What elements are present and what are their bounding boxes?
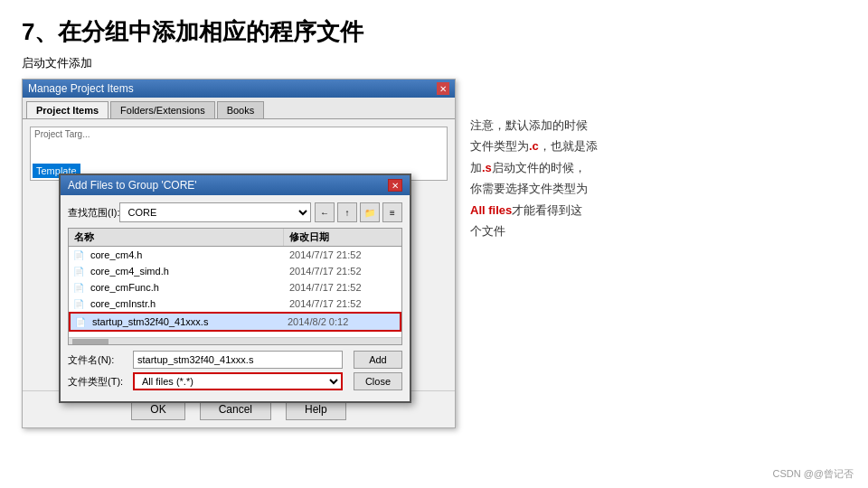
file-icon: 📄 bbox=[71, 297, 86, 310]
dialog-toolbar: ← ↑ 📁 ≡ bbox=[315, 202, 402, 222]
file-list-header: 名称 修改日期 bbox=[69, 229, 401, 247]
close-button[interactable]: Close bbox=[354, 372, 402, 390]
project-target-label: Project Targ... bbox=[31, 127, 447, 141]
dialog-title: Add Files to Group 'CORE' bbox=[68, 179, 197, 192]
startup-file-row[interactable]: 📄 startup_stm32f40_41xxx.s 2014/8/2 0:12 bbox=[69, 312, 401, 332]
filetype-select[interactable]: All files (*.*) bbox=[133, 372, 343, 390]
startup-file-name: startup_stm32f40_41xxx.s bbox=[90, 315, 282, 328]
highlight-c: .c bbox=[529, 139, 539, 153]
file-list-container: 名称 修改日期 📄 core_cm4.h 2014/7/17 21:52 bbox=[68, 228, 402, 345]
col-name: 名称 bbox=[69, 229, 284, 246]
file-row[interactable]: 📄 core_cm4_simd.h 2014/7/17 21:52 bbox=[69, 263, 401, 279]
create-folder-btn[interactable]: 📁 bbox=[360, 202, 380, 222]
filename-row: 文件名(N): bbox=[68, 351, 343, 369]
page-container: 7、在分组中添加相应的程序文件 启动文件添加 Manage Project It… bbox=[0, 0, 868, 488]
startup-file-date: 2014/8/2 0:12 bbox=[282, 315, 400, 328]
manage-titlebar: Manage Project Items ✕ bbox=[23, 80, 455, 98]
file-icon: 📄 bbox=[73, 315, 88, 328]
filetype-label: 文件类型(T): bbox=[68, 375, 133, 389]
file-row[interactable]: 📄 core_cm4.h 2014/7/17 21:52 bbox=[69, 247, 401, 263]
filename-label: 文件名(N): bbox=[68, 353, 133, 367]
manage-title: Manage Project Items bbox=[28, 82, 134, 95]
dialog-close-btn[interactable]: ✕ bbox=[388, 179, 402, 192]
file-row[interactable]: 📄 core_cmInstr.h 2014/7/17 21:52 bbox=[69, 296, 401, 312]
page-title: 7、在分组中添加相应的程序文件 bbox=[22, 16, 846, 48]
tab-books[interactable]: Books bbox=[217, 101, 265, 118]
desc-line3: 加.s启动文件的时候， bbox=[470, 157, 846, 178]
file-date: 2014/7/17 21:52 bbox=[284, 265, 401, 277]
manage-tabs: Project Items Folders/Extensions Books bbox=[23, 98, 455, 119]
dialog-titlebar: Add Files to Group 'CORE' ✕ bbox=[61, 175, 410, 195]
filename-input[interactable] bbox=[133, 351, 343, 369]
location-label: 查找范围(I): bbox=[68, 206, 119, 220]
file-list-body: 📄 core_cm4.h 2014/7/17 21:52 📄 core_cm4_… bbox=[69, 247, 401, 337]
file-icon: 📄 bbox=[71, 265, 86, 277]
manage-body: Project Targ... Template Add Files to Gr… bbox=[23, 119, 455, 390]
manage-project-window: Manage Project Items ✕ Project Items Fol… bbox=[22, 79, 456, 428]
desc-line2: 文件类型为.c，也就是添 bbox=[470, 136, 846, 156]
content-area: Manage Project Items ✕ Project Items Fol… bbox=[22, 79, 846, 428]
highlight-s: .s bbox=[482, 161, 492, 174]
location-row: 查找范围(I): CORE ← ↑ 📁 ≡ bbox=[68, 202, 402, 222]
file-name: core_cm4_simd.h bbox=[89, 265, 284, 277]
file-name: core_cmInstr.h bbox=[89, 297, 284, 310]
file-icon: 📄 bbox=[71, 281, 86, 294]
desc-line5: All files才能看得到这 bbox=[470, 200, 846, 221]
tab-project-items[interactable]: Project Items bbox=[26, 101, 108, 118]
csdn-watermark: CSDN @@曾记否 bbox=[772, 467, 854, 481]
tab-folders-extensions[interactable]: Folders/Extensions bbox=[110, 101, 215, 118]
add-button[interactable]: Add bbox=[354, 351, 402, 369]
bottom-form: 文件名(N): 文件类型(T): All files (*.*) bbox=[68, 351, 402, 394]
file-name: core_cm4.h bbox=[89, 249, 284, 261]
highlight-allfiles: All files bbox=[470, 203, 512, 217]
location-select[interactable]: CORE bbox=[119, 202, 311, 222]
add-files-dialog: Add Files to Group 'CORE' ✕ 查找范围(I): COR… bbox=[59, 174, 411, 403]
file-name: core_cmFunc.h bbox=[89, 281, 284, 294]
view-btn[interactable]: ≡ bbox=[382, 202, 402, 222]
manage-close-btn[interactable]: ✕ bbox=[437, 82, 449, 95]
project-target-area: Project Targ... Template bbox=[30, 127, 448, 181]
nav-up-btn[interactable]: ↑ bbox=[337, 202, 357, 222]
action-buttons: Add Close bbox=[354, 351, 402, 394]
filetype-row: 文件类型(T): All files (*.*) bbox=[68, 372, 343, 390]
desc-line4: 你需要选择文件类型为 bbox=[470, 178, 846, 199]
file-row[interactable]: 📄 core_cmFunc.h 2014/7/17 21:52 bbox=[69, 279, 401, 296]
file-scrollbar[interactable] bbox=[69, 337, 401, 344]
bottom-form-left: 文件名(N): 文件类型(T): All files (*.*) bbox=[68, 351, 343, 394]
file-date: 2014/7/17 21:52 bbox=[284, 297, 401, 310]
subtitle: 启动文件添加 bbox=[22, 55, 846, 71]
dialog-body: 查找范围(I): CORE ← ↑ 📁 ≡ bbox=[61, 195, 410, 401]
description-panel: 注意，默认添加的时候 文件类型为.c，也就是添 加.s启动文件的时候， 你需要选… bbox=[470, 79, 846, 241]
desc-line6: 个文件 bbox=[470, 221, 846, 241]
nav-back-btn[interactable]: ← bbox=[315, 202, 335, 222]
file-date: 2014/7/17 21:52 bbox=[284, 281, 401, 294]
file-date: 2014/7/17 21:52 bbox=[284, 249, 401, 261]
desc-line1: 注意，默认添加的时候 bbox=[470, 115, 846, 136]
col-date: 修改日期 bbox=[284, 229, 401, 246]
file-icon: 📄 bbox=[71, 249, 86, 261]
